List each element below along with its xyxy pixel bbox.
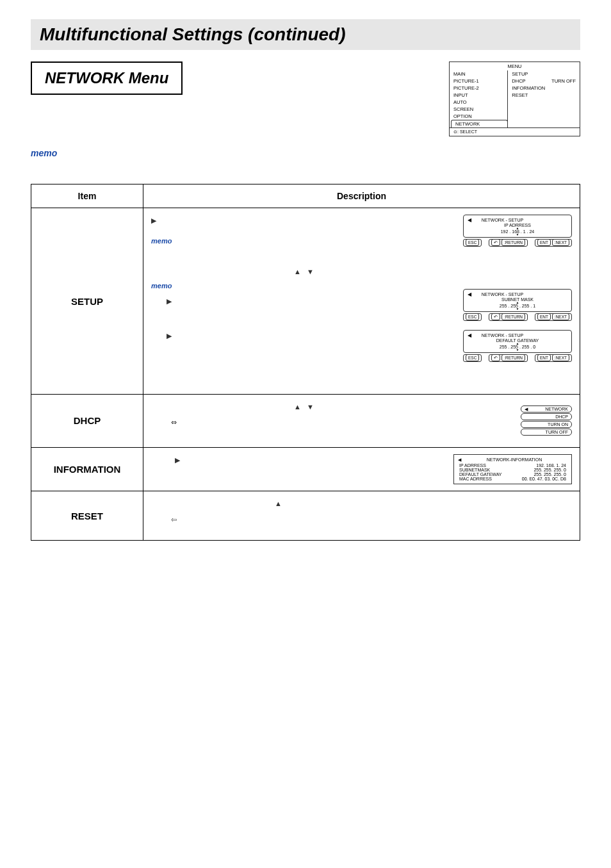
osd-right-item: DHCP bbox=[512, 78, 525, 84]
page-title: Multifunctional Settings (continued) bbox=[40, 24, 571, 45]
table-row: RESET ▲ ⇦ bbox=[31, 491, 580, 541]
item-cell: SETUP bbox=[31, 208, 143, 395]
osd-bottom-hint: ⊙: SELECT bbox=[450, 127, 580, 136]
memo-label: memo bbox=[31, 148, 580, 158]
triangle-left-icon: ◀ bbox=[468, 332, 471, 338]
item-cell: INFORMATION bbox=[31, 447, 143, 491]
memo-label: memo bbox=[151, 237, 172, 245]
table-row: INFORMATION ▶ ◀NETWORK-INFORMATION IP AD… bbox=[31, 447, 580, 491]
osd-setup-subnet: ◀ NETWORK - SETUP SUBNET MASK ▲255 . 255… bbox=[463, 266, 572, 321]
triangle-left-icon: ◀ bbox=[458, 457, 461, 463]
osd-left-item: PICTURE-2 bbox=[450, 85, 507, 92]
page-header: Multifunctional Settings (continued) bbox=[31, 19, 580, 50]
desc-cell: ▶ memo ◀ NETWORK - SETUP IP ADRRESS ▲192… bbox=[143, 208, 580, 395]
triangle-left-icon: ◀ bbox=[468, 217, 471, 223]
osd-dhcp: ◀NETWORK DHCP TURN ON TURN OFF bbox=[521, 405, 572, 436]
table-row: SETUP ▶ memo ◀ NETWORK - SETUP IP ADRRES… bbox=[31, 208, 580, 395]
osd-left-item: OPTION bbox=[450, 113, 507, 120]
triangle-down-icon: ▼ bbox=[468, 234, 567, 236]
undo-icon: ↶ bbox=[491, 354, 500, 361]
triangle-left-icon: ◀ bbox=[525, 407, 528, 412]
osd-information: ◀NETWORK-INFORMATION IP ADRRESS192. 168.… bbox=[453, 454, 572, 484]
desc-cell: ▲ ⇦ bbox=[143, 491, 580, 541]
osd-setup-ip: ◀ NETWORK - SETUP IP ADRRESS ▲192 . 168 … bbox=[463, 215, 572, 247]
title-row: NETWORK Menu MENU MAIN PICTURE-1 PICTURE… bbox=[31, 61, 580, 136]
triangle-down-icon: ▼ bbox=[468, 349, 567, 351]
osd-right-item: SETUP bbox=[508, 70, 580, 78]
osd-left-item: INPUT bbox=[450, 92, 507, 99]
osd-right-item: INFORMATION bbox=[508, 85, 580, 92]
item-cell: RESET bbox=[31, 491, 143, 541]
triangle-down-icon: ▼ bbox=[307, 266, 314, 277]
memo-label: memo bbox=[151, 282, 172, 290]
osd-menu-header: MENU bbox=[450, 62, 580, 70]
triangle-right-icon: ▶ bbox=[175, 455, 180, 466]
desc-cell: ▶ ◀NETWORK-INFORMATION IP ADRRESS192. 16… bbox=[143, 447, 580, 491]
menu-title: NETWORK Menu bbox=[31, 61, 183, 95]
item-cell: DHCP bbox=[31, 395, 143, 448]
desc-cell: ▲ ▼ ⇔ ◀NETWORK DHCP TURN ON TURN OFF bbox=[143, 395, 580, 448]
table-row: DHCP ▲ ▼ ⇔ ◀NETWORK DHC bbox=[31, 395, 580, 448]
settings-table: Item Description SETUP ▶ memo ◀ NETWORK … bbox=[31, 184, 580, 541]
osd-right-column: SETUP DHCP TURN OFF INFORMATION RESET bbox=[508, 70, 580, 127]
triangle-right-icon: ▶ bbox=[151, 215, 156, 226]
osd-left-item: MAIN bbox=[450, 70, 507, 78]
triangle-down-icon: ▼ bbox=[468, 308, 567, 310]
triangle-down-icon: ▼ bbox=[307, 402, 314, 413]
osd-right-item: RESET bbox=[508, 92, 580, 99]
triangle-up-icon: ▲ bbox=[275, 498, 282, 509]
osd-right-extra: TURN OFF bbox=[551, 78, 576, 84]
osd-menu-panel: MENU MAIN PICTURE-1 PICTURE-2 INPUT AUTO… bbox=[449, 61, 580, 136]
triangle-left-icon: ◀ bbox=[468, 291, 471, 297]
arrow-left-right-icon: ⇔ bbox=[171, 418, 177, 426]
osd-left-column: MAIN PICTURE-1 PICTURE-2 INPUT AUTO SCRE… bbox=[450, 70, 508, 127]
osd-left-item-selected: NETWORK bbox=[451, 120, 508, 127]
undo-icon: ↶ bbox=[491, 313, 500, 320]
osd-left-item: PICTURE-1 bbox=[450, 78, 507, 85]
undo-icon: ↶ bbox=[491, 239, 500, 246]
osd-left-item: SCREEN bbox=[450, 106, 507, 113]
triangle-right-icon: ▶ bbox=[167, 331, 172, 341]
col-header-item: Item bbox=[31, 184, 143, 208]
triangle-up-icon: ▲ bbox=[294, 266, 301, 277]
triangle-up-icon: ▲ bbox=[294, 402, 301, 413]
col-header-desc: Description bbox=[143, 184, 580, 208]
arrow-left-icon: ⇦ bbox=[171, 516, 177, 523]
osd-setup-gateway: ◀ NETWORK - SETUP DEFAULT GATEWAY ▲255 .… bbox=[463, 330, 572, 362]
osd-left-item: AUTO bbox=[450, 99, 507, 106]
triangle-right-icon: ▶ bbox=[167, 296, 172, 307]
